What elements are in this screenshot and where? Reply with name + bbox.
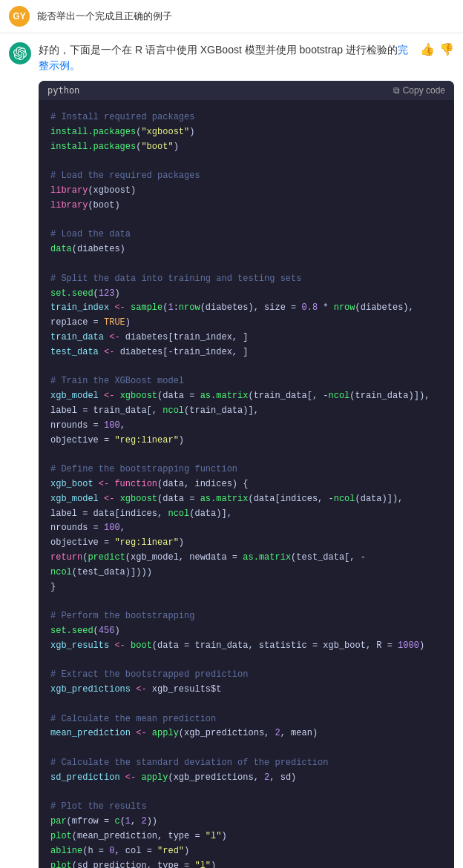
top-bar: GY 能否举出一个完成且正确的例子 xyxy=(0,0,463,33)
response-container: 好的，下面是一个在 R 语言中使用 XGBoost 模型并使用 bootstra… xyxy=(0,33,463,868)
thumbdown-icon[interactable]: 👎 xyxy=(439,42,454,56)
vote-icons: 👍 👎 xyxy=(420,42,454,56)
thumbup-icon[interactable]: 👍 xyxy=(420,42,435,56)
code-lang: python xyxy=(47,85,79,96)
ai-intro-text: 好的，下面是一个在 R 语言中使用 XGBoost 模型并使用 bootstra… xyxy=(39,42,414,73)
code-content: # Install required packages install.pack… xyxy=(39,100,454,868)
user-avatar: GY xyxy=(9,6,30,27)
code-header: python ⧉ Copy code xyxy=(39,81,454,100)
ai-avatar xyxy=(9,42,31,64)
copy-icon: ⧉ xyxy=(393,85,400,96)
top-bar-title: 能否举出一个完成且正确的例子 xyxy=(37,10,172,23)
code-block: python ⧉ Copy code # Install required pa… xyxy=(39,81,454,868)
ai-response-row: 好的，下面是一个在 R 语言中使用 XGBoost 模型并使用 bootstra… xyxy=(9,42,454,73)
copy-code-button[interactable]: ⧉ Copy code xyxy=(393,85,445,96)
openai-icon xyxy=(13,47,27,60)
